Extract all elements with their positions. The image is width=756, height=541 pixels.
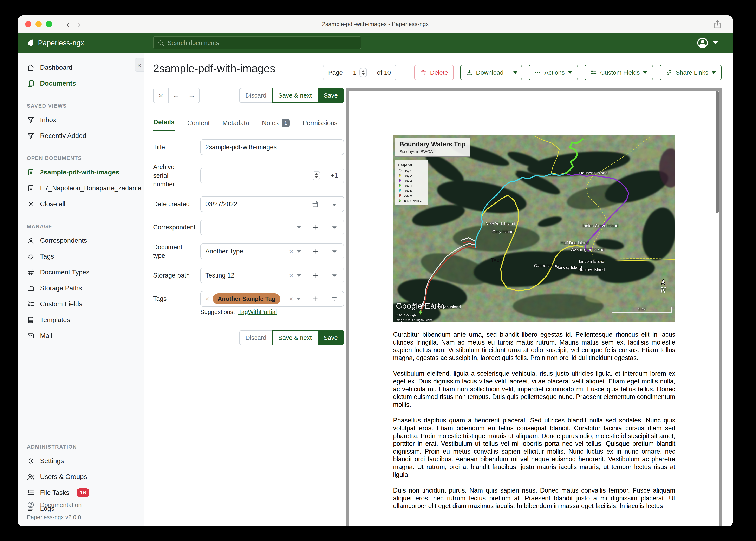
sidebar-item-close-all[interactable]: Close all bbox=[18, 196, 144, 212]
save-button-group-top: Discard Save & next Save bbox=[239, 88, 344, 103]
download-split-caret[interactable] bbox=[509, 65, 522, 80]
document-type-field: Another Type × bbox=[200, 244, 344, 259]
title-input[interactable] bbox=[205, 144, 339, 151]
actions-button[interactable]: Actions bbox=[529, 65, 578, 80]
sidebar-item-settings[interactable]: Settings bbox=[18, 453, 144, 469]
zoom-window-button[interactable] bbox=[46, 21, 52, 27]
page-count: of 10 bbox=[372, 65, 396, 80]
page-number-field[interactable]: 1 bbox=[348, 65, 372, 80]
close-document-button[interactable]: × bbox=[154, 88, 169, 103]
plus-icon bbox=[312, 248, 319, 255]
save-button[interactable]: Save bbox=[318, 88, 344, 103]
question-circle-icon bbox=[27, 501, 35, 509]
tab-permissions[interactable]: Permissions bbox=[302, 116, 338, 131]
sidebar-item-document-types[interactable]: Document Types bbox=[18, 264, 144, 280]
route-dots-icon bbox=[398, 184, 402, 188]
sidebar-item-open-doc-1[interactable]: 2sample-pdf-with-images bbox=[18, 164, 144, 180]
save-and-next-button[interactable]: Save & next bbox=[272, 88, 318, 103]
sidebar-collapse-button[interactable]: « bbox=[135, 58, 144, 72]
legend-item: Day 5 bbox=[398, 189, 424, 192]
search-bar[interactable] bbox=[153, 36, 361, 49]
tab-notes[interactable]: Notes1 bbox=[262, 116, 290, 131]
suggestion-link[interactable]: TagWithPartial bbox=[238, 308, 277, 315]
save-button-group-bottom: Discard Save & next Save bbox=[239, 330, 344, 345]
minimize-window-button[interactable] bbox=[35, 21, 42, 27]
storage-path-select[interactable]: Testing 12 × bbox=[201, 268, 306, 283]
north-arrow: N bbox=[660, 278, 667, 293]
clear-icon[interactable]: × bbox=[289, 248, 293, 255]
date-created-input[interactable] bbox=[205, 201, 301, 208]
add-document-type-button[interactable] bbox=[306, 244, 325, 259]
close-window-button[interactable] bbox=[25, 21, 31, 27]
sidebar-item-storage-paths[interactable]: Storage Paths bbox=[18, 280, 144, 296]
document-type-filter-button[interactable] bbox=[325, 244, 344, 259]
browser-back-icon[interactable]: ‹ bbox=[66, 20, 70, 28]
previous-document-button[interactable]: ← bbox=[169, 88, 184, 103]
asn-increment-button[interactable]: +1 bbox=[325, 168, 344, 183]
download-button[interactable]: Download bbox=[460, 65, 522, 80]
sidebar-item-templates[interactable]: Templates bbox=[18, 312, 144, 328]
storage-path-filter-button[interactable] bbox=[325, 268, 344, 283]
clear-icon[interactable]: × bbox=[289, 295, 293, 302]
legend-item: Day 4 bbox=[398, 184, 424, 188]
sidebar-item-documentation[interactable]: Documentation bbox=[18, 497, 144, 513]
user-menu-caret-icon[interactable] bbox=[713, 41, 718, 44]
add-correspondent-button[interactable] bbox=[306, 220, 325, 235]
discard-button[interactable]: Discard bbox=[239, 88, 273, 103]
sidebar-item-tags[interactable]: Tags bbox=[18, 249, 144, 264]
correspondent-select[interactable] bbox=[201, 220, 306, 235]
add-storage-path-button[interactable] bbox=[306, 268, 325, 283]
editor-tabs: Details Content Metadata Notes1 Permissi… bbox=[153, 116, 344, 131]
title-field bbox=[200, 139, 344, 155]
sidebar-item-custom-fields[interactable]: Custom Fields bbox=[18, 296, 144, 312]
sidebar-item-dashboard[interactable]: Dashboard bbox=[18, 60, 144, 76]
tab-details[interactable]: Details bbox=[153, 116, 175, 131]
tab-metadata[interactable]: Metadata bbox=[222, 116, 249, 131]
sidebar-item-documents[interactable]: Documents bbox=[18, 76, 144, 91]
sidebar-item-users-groups[interactable]: Users & Groups bbox=[18, 469, 144, 485]
map-label: Canoe Island bbox=[534, 263, 558, 268]
chevron-down-icon bbox=[296, 297, 301, 300]
tab-content[interactable]: Content bbox=[187, 116, 210, 131]
sidebar-item-recently-added[interactable]: Recently Added bbox=[18, 128, 144, 144]
file-tasks-badge: 16 bbox=[77, 488, 89, 497]
correspondent-filter-button[interactable] bbox=[325, 220, 344, 235]
share-icon[interactable] bbox=[713, 20, 722, 29]
discard-button-bottom[interactable]: Discard bbox=[239, 330, 273, 345]
avatar[interactable] bbox=[697, 37, 708, 49]
date-filter-button[interactable] bbox=[325, 197, 344, 212]
custom-fields-icon bbox=[590, 69, 597, 76]
tags-label: Tags bbox=[153, 294, 200, 303]
hash-icon bbox=[27, 269, 35, 276]
next-document-button[interactable]: → bbox=[184, 88, 199, 103]
plus-icon bbox=[312, 272, 319, 279]
document-type-select[interactable]: Another Type × bbox=[201, 244, 306, 259]
search-input[interactable] bbox=[168, 39, 357, 46]
save-button-bottom[interactable]: Save bbox=[318, 330, 344, 345]
funnel-icon bbox=[27, 132, 35, 140]
filter-icon bbox=[331, 201, 338, 208]
page-stepper[interactable] bbox=[359, 68, 367, 77]
legend-item: Day 3 bbox=[398, 179, 424, 183]
calendar-button[interactable] bbox=[306, 197, 325, 212]
sidebar-item-correspondents[interactable]: Correspondents bbox=[18, 233, 144, 249]
delete-button[interactable]: Delete bbox=[414, 65, 454, 80]
clear-icon[interactable]: × bbox=[289, 272, 293, 279]
brand[interactable]: Paperless-ngx bbox=[26, 39, 84, 47]
tag-chip[interactable]: Another Sample Tag bbox=[213, 293, 280, 304]
save-and-next-button-bottom[interactable]: Save & next bbox=[272, 330, 318, 345]
tags-select[interactable]: × Another Sample Tag × bbox=[201, 291, 306, 306]
asn-input[interactable] bbox=[205, 172, 309, 179]
sidebar-item-mail[interactable]: Mail bbox=[18, 328, 144, 344]
tags-filter-button[interactable] bbox=[325, 291, 344, 306]
add-tag-button[interactable] bbox=[306, 291, 325, 306]
sidebar-item-inbox[interactable]: Inbox bbox=[18, 112, 144, 128]
custom-fields-button[interactable]: Custom Fields bbox=[585, 65, 653, 80]
remove-tag-icon[interactable]: × bbox=[205, 295, 209, 302]
sidebar-item-open-doc-2[interactable]: H7_Napoleon_Bonaparte_zadanie bbox=[18, 180, 144, 196]
share-links-button[interactable]: Share Links bbox=[660, 65, 722, 80]
app-window: ‹ › 2sample-pdf-with-images - Paperless-… bbox=[18, 15, 733, 526]
preview-scrollbar[interactable] bbox=[716, 91, 719, 213]
asn-stepper[interactable] bbox=[313, 171, 320, 180]
browser-forward-icon[interactable]: › bbox=[78, 20, 81, 28]
